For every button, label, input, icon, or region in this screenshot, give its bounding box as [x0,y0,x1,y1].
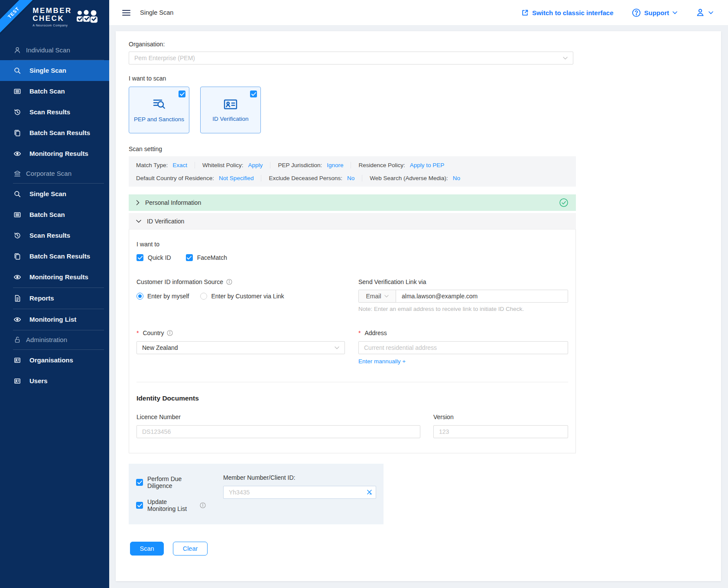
switch-classic-link[interactable]: Switch to classic interface [521,9,614,16]
radio-enter-by-customer[interactable]: Enter by Customer via Link [200,293,284,300]
sidebar-item-label: Batch Scan [29,211,65,218]
checkbox-checked-icon[interactable] [179,90,185,97]
facematch-checkbox[interactable]: FaceMatch [186,254,227,261]
clear-button[interactable]: Clear [173,542,208,556]
scan-button[interactable]: Scan [130,542,164,556]
licence-number-label: Licence Number [136,414,420,420]
eye-icon [13,315,21,323]
enter-manually-link[interactable]: Enter mannually + [358,358,406,365]
sidebar-item-label: Batch Scan [29,87,65,95]
batch-icon [13,87,21,95]
sidebar-item-batch-scan[interactable]: Batch Scan [0,81,109,102]
sidebar-item-organisations[interactable]: Organisations [0,350,109,371]
hamburger-menu-icon[interactable] [122,10,130,16]
sidebar-item-monitoring-results[interactable]: Monitoring Results [0,143,109,164]
verification-email-input[interactable] [396,290,568,302]
country-select[interactable]: New Zealand [136,341,345,354]
sidebar-item-scan-results[interactable]: Scan Results [0,102,109,123]
quick-id-checkbox[interactable]: Quick ID [136,254,171,261]
send-method-select[interactable]: Email [359,290,396,302]
clear-icon[interactable] [367,489,372,495]
sidebar-item-reports[interactable]: Reports [0,288,109,309]
sidebar-item-batch-scan-results[interactable]: Batch Scan Results [0,123,109,143]
id-verification-icon [223,98,238,110]
member-id-input[interactable] [223,486,376,499]
support-menu[interactable]: Support [632,8,678,17]
copy-icon [13,252,21,260]
history-icon [13,231,21,239]
logo-tagline: A Neurocom Company [32,24,72,27]
radio-enter-by-myself[interactable]: Enter by myself [136,293,189,300]
copy-icon [13,129,21,137]
content-area: Organisation: Pem Enterprise (PEM) I wan… [109,25,728,588]
sidebar-item-scan-results-corporate[interactable]: Scan Results [0,225,109,246]
checkbox-checked-icon[interactable] [250,90,257,97]
chevron-down-icon [384,295,389,297]
organisation-select[interactable]: Pem Enterprise (PEM) [129,52,573,65]
customer-id-source-label: Customer ID information Source [136,278,223,285]
sidebar-section-administration: Administration [0,330,109,349]
chevron-down-icon [335,346,339,349]
scan-type-card-id-verification[interactable]: ID Verification [200,87,261,133]
check-circle-icon [559,198,569,207]
id-verification-panel: I want to Quick ID [129,229,576,453]
sidebar-section-individual-scan: Individual Scan [0,41,109,60]
address-input[interactable] [358,341,568,354]
sidebar-item-batch-scan-corporate[interactable]: Batch Scan [0,204,109,225]
info-icon [200,502,206,508]
search-icon [13,66,21,74]
history-icon [13,108,21,116]
organisation-label: Organisation: [129,41,576,48]
checkbox-checked-icon[interactable] [136,502,143,509]
sidebar-item-monitoring-list[interactable]: Monitoring List [0,309,109,330]
external-link-icon [521,9,529,16]
scan-type-card-pep-sanctions[interactable]: PEP and Sanctions [129,87,189,133]
chevron-down-icon [136,220,141,223]
setting-exclude-deceased: Exclude Deceased Persons: No [261,175,362,181]
sidebar-item-label: Batch Scan Results [29,129,90,136]
i-want-to-scan-label: I want to scan [129,75,576,82]
sidebar-item-label: Scan Results [29,108,70,116]
perform-due-diligence-checkbox[interactable]: Perform Due Diligence [136,475,206,489]
version-label: Version [433,414,568,420]
checkbox-checked-icon[interactable] [186,254,193,261]
sidebar-item-monitoring-results-corporate[interactable]: Monitoring Results [0,267,109,288]
sidebar-item-label: Users [29,377,48,384]
chevron-down-icon [673,11,677,14]
scan-setting-label: Scan setting [129,145,576,152]
sidebar-item-batch-scan-results-corporate[interactable]: Batch Scan Results [0,246,109,267]
sidebar: TEST MEMBER CHECK A Neurocom Company [0,0,109,588]
app: TEST MEMBER CHECK A Neurocom Company [0,0,728,588]
sidebar-item-single-scan[interactable]: Single Scan [0,60,109,81]
checkbox-checked-icon[interactable] [136,254,143,261]
user-menu[interactable] [696,8,713,17]
radio-selected-icon[interactable] [136,293,143,300]
pep-sanctions-icon [152,98,166,111]
setting-match-type: Match Type: Exact [129,162,195,168]
sidebar-item-label: Reports [29,294,54,302]
sidebar-item-label: Monitoring Results [29,273,88,281]
setting-pep-jurisdiction: PEP Jurisdiction: Ignore [270,162,351,168]
form-card: Organisation: Pem Enterprise (PEM) I wan… [116,31,721,581]
licence-number-input[interactable] [136,425,420,438]
version-input[interactable] [433,425,568,438]
sidebar-item-label: Single Scan [29,67,66,74]
scan-setting-bar: Match Type: Exact Whitelist Policy: Appl… [129,156,576,187]
send-link-label: Send Verification Link via [358,278,568,285]
radio-unselected-icon[interactable] [200,293,207,300]
checkbox-checked-icon[interactable] [136,479,143,486]
search-icon [13,190,21,198]
update-monitoring-list-checkbox[interactable]: Update Monitoring List [136,498,206,512]
sidebar-item-label: Scan Results [29,232,70,239]
accordion-personal-information[interactable]: Personal Information [129,194,576,211]
sidebar-item-users[interactable]: Users [0,371,109,391]
chevron-right-icon [136,200,140,205]
setting-residence-policy: Residence Policy: Apply to PEP [351,162,452,168]
email-note: Note: Enter an email address to receive … [358,306,568,312]
sidebar-nav: Individual Scan Single Scan Batch Scan [0,41,109,391]
accordion-id-verification[interactable]: ID Verification [129,213,576,229]
sidebar-item-label: Monitoring List [29,316,76,323]
sidebar-section-label: Administration [26,336,67,343]
question-circle-icon [632,8,641,17]
sidebar-item-single-scan-corporate[interactable]: Single Scan [0,184,109,204]
